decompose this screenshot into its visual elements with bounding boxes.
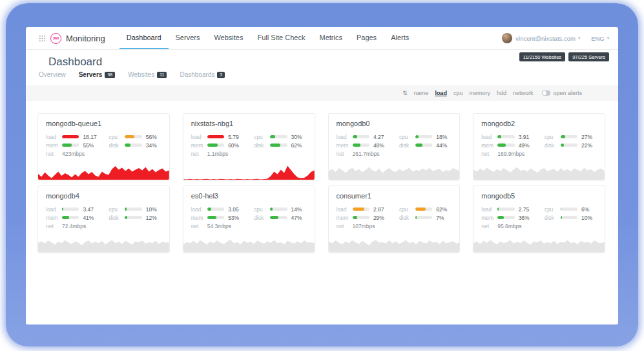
load-label: load: [191, 206, 207, 213]
server-card[interactable]: mongodb4 load 3.47 mem 41% net 72.4mbps: [37, 186, 170, 253]
load-value: 5.79: [228, 134, 244, 140]
mem-value: 49%: [519, 142, 534, 149]
net-value: 423mbps: [62, 151, 85, 157]
mem-stat: mem 53%: [191, 215, 244, 220]
server-name: mongodb2: [473, 114, 605, 127]
load-stat: load 2.75: [481, 207, 534, 211]
load-sparkline: [329, 160, 460, 180]
disk-value: 47%: [291, 215, 307, 221]
net-value: 1.1mbps: [207, 151, 229, 157]
server-card[interactable]: nixstats-nbg1 load 5.79 mem 60% net 1.1m…: [183, 113, 315, 180]
server-card[interactable]: consumer1 load 2.87 mem 29% net 107mbps: [328, 186, 461, 253]
nav-item-servers[interactable]: Servers: [169, 27, 207, 49]
mem-value: 36%: [519, 215, 534, 221]
disk-bar: [561, 144, 577, 147]
disk-label: disk: [254, 215, 270, 221]
load-stat: load 3.05: [191, 207, 244, 211]
user-email: vincent@nixstats.com: [515, 35, 576, 42]
cpu-value: 18%: [436, 134, 452, 140]
mem-stat: mem 60%: [191, 143, 244, 147]
tab-overview[interactable]: Overview: [39, 71, 66, 78]
open-alerts-toggle[interactable]: open alerts: [542, 90, 582, 96]
nav-item-full-site-check[interactable]: Full Site Check: [250, 27, 312, 49]
load-label: load: [337, 134, 353, 140]
load-stat: load 3.47: [46, 207, 98, 211]
disk-bar: [270, 216, 287, 219]
server-name: mongodb-queue1: [38, 114, 169, 127]
sort-option-network[interactable]: network: [513, 90, 534, 96]
tab-websites[interactable]: Websites11: [128, 71, 167, 78]
load-value: 3.05: [228, 206, 244, 213]
sort-option-load[interactable]: load: [435, 90, 447, 96]
tab-servers[interactable]: Servers98: [79, 71, 116, 78]
sort-option-cpu[interactable]: cpu: [453, 90, 463, 96]
load-value: 18.17: [83, 134, 98, 140]
mem-label: mem: [46, 215, 62, 221]
server-card[interactable]: mongodb0 load 4.27 mem 48% net 261.7mbps: [328, 113, 461, 180]
disk-value: 10%: [581, 215, 597, 221]
cpu-value: 56%: [146, 134, 161, 140]
chevron-down-icon: ▾: [578, 36, 580, 41]
disk-label: disk: [399, 215, 415, 221]
mem-label: mem: [46, 142, 62, 149]
net-value: 169.9mbps: [497, 151, 525, 157]
nav-item-metrics[interactable]: Metrics: [312, 27, 349, 49]
cpu-bar: [125, 207, 141, 211]
nav-item-pages[interactable]: Pages: [349, 27, 384, 49]
disk-value: 12%: [146, 215, 161, 221]
cpu-stat: cpu 62%: [399, 207, 452, 211]
brand: 360 Monitoring: [39, 27, 105, 49]
mem-bar: [353, 216, 369, 219]
cpu-label: cpu: [254, 206, 270, 213]
mem-label: mem: [191, 142, 207, 149]
sort-option-name[interactable]: name: [414, 90, 429, 96]
nav-item-alerts[interactable]: Alerts: [384, 27, 416, 49]
sort-option-hdd[interactable]: hdd: [497, 90, 506, 96]
app-grid-icon[interactable]: [39, 35, 46, 42]
cpu-value: 27%: [581, 134, 597, 140]
cpu-value: 14%: [291, 206, 307, 213]
server-card[interactable]: es0-hel3 load 3.05 mem 53% net 54.3mbps: [183, 186, 315, 253]
server-cards-grid: mongodb-queue1 load 18.17 mem 55% net 42…: [26, 101, 618, 253]
mem-bar: [497, 216, 514, 219]
disk-stat: disk 44%: [399, 143, 452, 147]
mem-stat: mem 29%: [337, 215, 389, 220]
cpu-stat: cpu 56%: [109, 134, 161, 139]
cpu-stat: cpu 10%: [109, 207, 161, 211]
nav-item-websites[interactable]: Websites: [207, 27, 250, 49]
disk-stat: disk 47%: [254, 215, 306, 220]
cpu-stat: cpu 30%: [254, 134, 306, 139]
net-label: net: [337, 223, 353, 229]
cpu-label: cpu: [109, 134, 125, 140]
net-value: 72.4mbps: [62, 223, 86, 229]
language-selector[interactable]: ENG ▾: [591, 35, 609, 42]
server-card[interactable]: mongodb5 load 2.75 mem 36% net 95.6mbps: [473, 186, 605, 253]
tab-badge: 98: [105, 72, 115, 78]
server-stats: load 3.05 mem 53% net 54.3mbps cpu: [183, 200, 315, 228]
disk-label: disk: [109, 142, 125, 149]
disk-label: disk: [399, 142, 415, 149]
logo-360-icon: 360: [50, 33, 61, 44]
user-avatar[interactable]: [502, 33, 512, 43]
tab-label: Overview: [39, 71, 66, 78]
net-stat: net 95.6mbps: [481, 224, 534, 228]
sort-option-memory[interactable]: memory: [469, 90, 490, 96]
server-card[interactable]: mongodb-queue1 load 18.17 mem 55% net 42…: [37, 113, 170, 180]
user-menu[interactable]: vincent@nixstats.com ▾: [515, 35, 580, 42]
load-value: 3.91: [519, 134, 534, 140]
net-stat: net 261.7mbps: [337, 151, 389, 156]
disk-stat: disk 22%: [545, 143, 597, 147]
server-name: mongodb0: [329, 114, 460, 127]
disk-bar: [125, 144, 141, 147]
load-sparkline: [38, 160, 169, 180]
mem-label: mem: [337, 215, 353, 221]
cpu-bar: [270, 207, 287, 211]
load-label: load: [46, 134, 62, 140]
server-name: consumer1: [329, 186, 460, 200]
disk-stat: disk 10%: [545, 215, 597, 220]
nav-item-dashboard[interactable]: Dashboard: [119, 27, 169, 49]
tab-dashboards[interactable]: Dashboards3: [180, 71, 225, 78]
server-card[interactable]: mongodb2 load 3.91 mem 49% net 169.9mbps: [473, 113, 605, 180]
count-badge: 11/2150 Websites: [519, 52, 565, 61]
load-label: load: [337, 206, 353, 213]
